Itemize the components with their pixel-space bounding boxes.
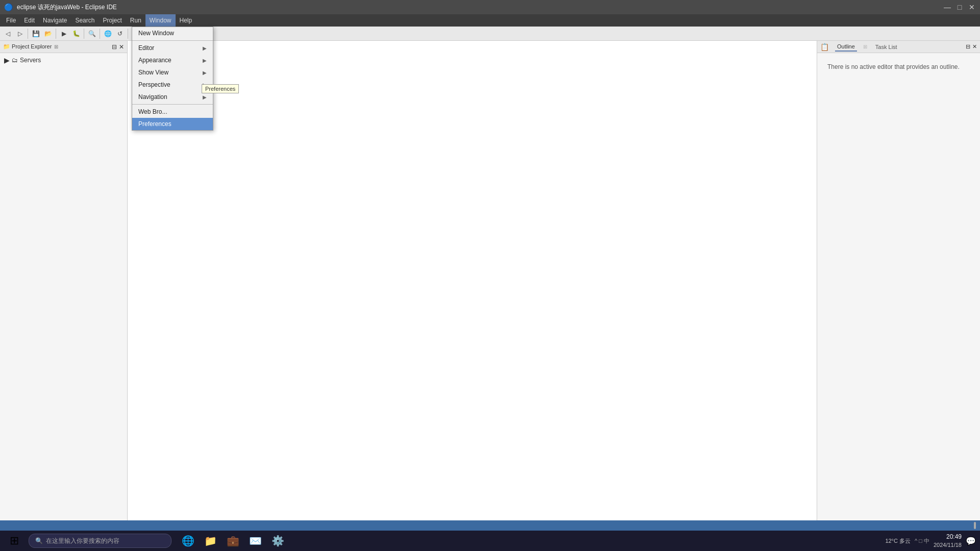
toolbar-back[interactable]: ◁ <box>2 28 13 39</box>
status-bar <box>0 520 980 531</box>
menu-help[interactable]: Help <box>176 14 197 27</box>
toolbar-search[interactable]: 🔍 <box>86 28 97 39</box>
taskbar-right: 12°C 多云 ^ □ 中 20:49 2024/11/18 💬 <box>885 533 976 549</box>
window-dropdown: New Window Editor ▶ Appearance ▶ Show Vi… <box>132 27 213 131</box>
menu-bar: File Edit Navigate Search Project Run Wi… <box>0 14 980 27</box>
maximize-button[interactable]: □ <box>955 3 964 11</box>
status-divider <box>974 522 976 529</box>
taskbar-weather: 12°C 多云 <box>885 537 911 545</box>
taskbar-search-label: 在这里输入你要搜索的内容 <box>46 537 119 545</box>
title-text: eclipse 该死的javaWeb - Eclipse IDE <box>17 3 117 12</box>
taskbar-clock: 20:49 2024/11/18 <box>934 533 962 549</box>
menu-edit[interactable]: Edit <box>20 14 39 27</box>
toolbar-run[interactable]: ▶ <box>58 28 69 39</box>
outline-collapse-icon[interactable]: ⊟ <box>966 43 970 50</box>
menu-file[interactable]: File <box>2 14 20 27</box>
outline-icon: 📋 <box>820 43 829 51</box>
menu-run[interactable]: Run <box>126 14 145 27</box>
toolbar-web[interactable]: 🌐 <box>102 28 113 39</box>
outline-content: There is no active editor that provides … <box>817 53 980 81</box>
menu-window[interactable]: Window <box>145 14 176 27</box>
menu-preferences[interactable]: Preferences <box>132 118 213 130</box>
tree-item-label: Servers <box>20 57 41 64</box>
minimize-button[interactable]: — <box>943 3 951 11</box>
toolbar-sep1 <box>28 29 28 39</box>
toolbar-forward[interactable]: ▷ <box>14 28 26 39</box>
menu-perspective[interactable]: Perspective ▶ <box>132 79 213 91</box>
menu-editor[interactable]: Editor ▶ <box>132 42 213 54</box>
menu-new-window[interactable]: New Window <box>132 27 213 39</box>
menu-appearance[interactable]: Appearance ▶ <box>132 54 213 66</box>
taskbar-search[interactable]: 🔍 在这里输入你要搜索的内容 <box>29 534 172 548</box>
taskbar: ⊞ 🔍 在这里输入你要搜索的内容 🌐 📁 💼 ✉️ ⚙️ 12°C 多云 ^ □… <box>0 531 980 551</box>
toolbar-refresh[interactable]: ↺ <box>114 28 126 39</box>
navigation-arrow: ▶ <box>203 94 207 100</box>
taskbar-explorer[interactable]: 📁 <box>200 531 220 551</box>
collapse-all-icon[interactable]: ⊟ <box>112 43 117 51</box>
menu-navigate[interactable]: Navigate <box>39 14 71 27</box>
appearance-arrow: ▶ <box>203 58 207 63</box>
dropdown-sep1 <box>132 40 213 41</box>
project-explorer-title: 📁 Project Explorer ⊠ <box>3 43 58 50</box>
outline-header: 📋 Outline ⊠ Task List ⊟ ✕ <box>817 41 980 53</box>
menu-web-browser[interactable]: Web Bro... <box>132 106 213 118</box>
dropdown-sep2 <box>132 104 213 105</box>
taskbar-apps: 🌐 📁 💼 ✉️ ⚙️ <box>178 531 288 551</box>
menu-project[interactable]: Project <box>99 14 126 27</box>
toolbar-sep2 <box>56 29 56 39</box>
show-view-arrow: ▶ <box>203 70 207 76</box>
taskbar-notification-icon[interactable]: 💬 <box>966 536 976 546</box>
tree-expand-icon: ▶ <box>4 56 10 64</box>
menu-search[interactable]: Search <box>71 14 99 27</box>
taskbar-search-icon: 🔍 <box>35 537 43 544</box>
editor-area[interactable] <box>128 41 817 531</box>
toolbar-sep5 <box>128 29 128 39</box>
project-explorer-header: 📁 Project Explorer ⊠ ⊟ ✕ <box>0 41 127 53</box>
menu-navigation[interactable]: Navigation ▶ <box>132 91 213 103</box>
toolbar-open[interactable]: 📂 <box>42 28 54 39</box>
right-panel: 📋 Outline ⊠ Task List ⊟ ✕ There is no ac… <box>817 41 980 531</box>
taskbar-edge[interactable]: 🌐 <box>178 531 198 551</box>
tree-item-servers[interactable]: ▶ 🗂 Servers <box>0 55 127 65</box>
panel-close-icon[interactable]: ✕ <box>119 43 124 51</box>
menu-show-view[interactable]: Show View ▶ <box>132 66 213 79</box>
preferences-tooltip: Preferences <box>202 84 239 93</box>
outline-close-icon[interactable]: ✕ <box>972 43 977 50</box>
tree-folder-icon: 🗂 <box>12 57 18 64</box>
left-panel: 📁 Project Explorer ⊠ ⊟ ✕ ▶ 🗂 Servers <box>0 41 128 531</box>
title-bar: 🔵 eclipse 该死的javaWeb - Eclipse IDE — □ ✕ <box>0 0 980 14</box>
taskbar-system-icons: ^ □ 中 <box>915 537 929 545</box>
window-controls: — □ ✕ <box>943 3 976 11</box>
taskbar-settings[interactable]: ⚙️ <box>267 531 288 551</box>
toolbar-sep3 <box>84 29 84 39</box>
editor-arrow: ▶ <box>203 45 207 51</box>
tab-task-list[interactable]: Task List <box>873 43 899 51</box>
toolbar-sep4 <box>100 29 100 39</box>
toolbar-save[interactable]: 💾 <box>30 28 41 39</box>
start-button[interactable]: ⊞ <box>4 531 24 551</box>
close-button[interactable]: ✕ <box>968 3 976 11</box>
app-icon: 🔵 <box>4 3 13 11</box>
project-tree: ▶ 🗂 Servers <box>0 53 127 67</box>
tab-outline[interactable]: Outline <box>835 42 857 52</box>
taskbar-mail[interactable]: ✉️ <box>245 531 265 551</box>
toolbar-debug[interactable]: 🐛 <box>70 28 82 39</box>
taskbar-store[interactable]: 💼 <box>223 531 243 551</box>
